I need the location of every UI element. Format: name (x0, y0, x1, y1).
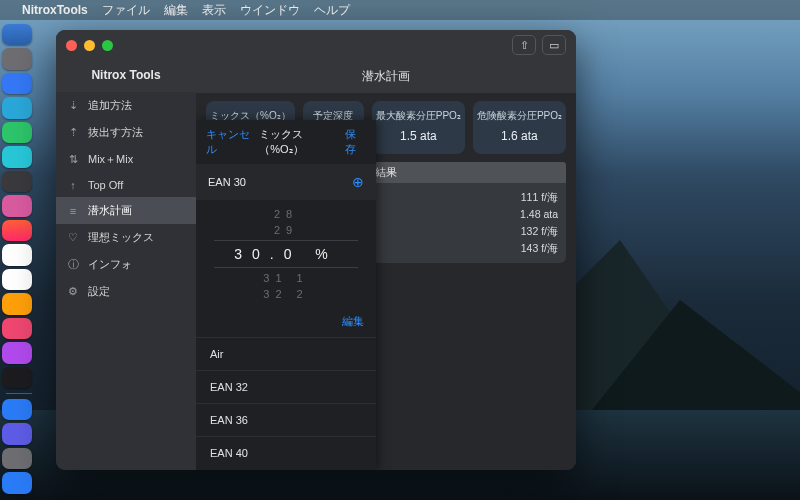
dock-app-icon[interactable] (2, 146, 32, 167)
mix-preset[interactable]: EAN 36 (196, 403, 376, 436)
dock-app-icon[interactable] (2, 195, 32, 216)
sheet-title: ミックス（%O₂） (259, 127, 344, 157)
sidebar: Nitrox Tools ⇣ 追加方法⇡ 抜出す方法⇅ Mix＋Mix↑ Top… (56, 60, 196, 470)
dock-app-icon[interactable] (2, 269, 32, 290)
close-button[interactable] (66, 40, 77, 51)
mix-preset[interactable]: EAN 32 (196, 370, 376, 403)
dock-app-icon[interactable] (2, 97, 32, 118)
sidebar-item-icon: ↑ (66, 179, 80, 191)
sidebar-item-label: 抜出す方法 (88, 125, 143, 140)
dock (2, 22, 36, 496)
menubar-app-name[interactable]: NitroxTools (22, 3, 88, 17)
sidebar-item-label: インフォ (88, 257, 132, 272)
wheel-row: 29 (196, 222, 376, 238)
sidebar-item-5[interactable]: ♡ 理想ミックス (56, 224, 196, 251)
sidebar-item-label: 追加方法 (88, 98, 132, 113)
dock-app-icon[interactable] (2, 423, 32, 444)
sidebar-item-2[interactable]: ⇅ Mix＋Mix (56, 146, 196, 173)
sidebar-item-label: 理想ミックス (88, 230, 154, 245)
sidebar-item-icon: ⇣ (66, 99, 80, 112)
sheet-save-button[interactable]: 保存 (345, 127, 366, 157)
dock-app-icon[interactable] (2, 122, 32, 143)
sidebar-item-label: 設定 (88, 284, 110, 299)
wheel-row: 32 2 (196, 286, 376, 302)
minimize-button[interactable] (84, 40, 95, 51)
dock-app-icon[interactable] (2, 220, 32, 241)
menu-help[interactable]: ヘルプ (314, 2, 350, 19)
menu-view[interactable]: 表示 (202, 2, 226, 19)
percent-picker[interactable]: 28 29 30.0 % 31 1 32 2 (196, 200, 376, 308)
dock-app-icon[interactable] (2, 472, 32, 493)
dock-app-icon[interactable] (2, 244, 32, 265)
menu-file[interactable]: ファイル (102, 2, 150, 19)
sheet-cancel-button[interactable]: キャンセル (206, 127, 259, 157)
card-value: 1.6 ata (477, 129, 562, 143)
sidebar-item-1[interactable]: ⇡ 抜出す方法 (56, 119, 196, 146)
card-value: 1.5 ata (376, 129, 461, 143)
dock-app-icon[interactable] (2, 367, 32, 388)
dock-app-icon[interactable] (2, 293, 32, 314)
summary-card-2[interactable]: 最大酸素分圧PPO₂ 1.5 ata (372, 101, 465, 154)
dock-app-icon[interactable] (2, 318, 32, 339)
add-mix-icon[interactable]: ⊕ (352, 174, 364, 190)
sidebar-item-6[interactable]: ⓘ インフォ (56, 251, 196, 278)
mix-preset[interactable]: Air (196, 337, 376, 370)
wheel-current: 30.0 % (214, 240, 358, 268)
share-button[interactable]: ⇧ (512, 35, 536, 55)
sidebar-item-0[interactable]: ⇣ 追加方法 (56, 92, 196, 119)
selected-mix-label: EAN 30 (208, 176, 246, 188)
sidebar-item-icon: ≡ (66, 205, 80, 217)
selected-mix-row[interactable]: EAN 30 ⊕ (196, 164, 376, 200)
sidebar-item-label: Top Off (88, 179, 123, 191)
sidebar-item-label: 潜水計画 (88, 203, 132, 218)
edit-presets-button[interactable]: 編集 (342, 315, 364, 327)
mix-picker-sheet: キャンセル ミックス（%O₂） 保存 EAN 30 ⊕ 28 29 30.0 %… (196, 120, 376, 470)
traffic-lights (66, 40, 113, 51)
sidebar-item-label: Mix＋Mix (88, 152, 133, 167)
dock-app-icon[interactable] (2, 399, 32, 420)
dock-app-icon[interactable] (2, 24, 32, 45)
sidebar-item-icon: ♡ (66, 231, 80, 244)
main-title: 潜水計画 (196, 60, 576, 93)
mix-preset[interactable]: EAN 40 (196, 436, 376, 469)
dock-app-icon[interactable] (2, 171, 32, 192)
titlebar: ⇧ ▭ (56, 30, 576, 60)
tabs-button[interactable]: ▭ (542, 35, 566, 55)
sidebar-item-7[interactable]: ⚙ 設定 (56, 278, 196, 305)
card-label: 危険酸素分圧PPO₂ (477, 109, 562, 123)
dock-app-icon[interactable] (2, 342, 32, 363)
menu-edit[interactable]: 編集 (164, 2, 188, 19)
sidebar-title: Nitrox Tools (56, 60, 196, 92)
dock-app-icon[interactable] (2, 73, 32, 94)
sidebar-item-icon: ⓘ (66, 257, 80, 272)
sidebar-item-icon: ⚙ (66, 285, 80, 298)
sidebar-item-icon: ⇡ (66, 126, 80, 139)
sidebar-item-3[interactable]: ↑ Top Off (56, 173, 196, 197)
menubar: NitroxTools ファイル 編集 表示 ウインドウ ヘルプ (0, 0, 800, 20)
summary-card-3[interactable]: 危険酸素分圧PPO₂ 1.6 ata (473, 101, 566, 154)
dock-app-icon[interactable] (2, 448, 32, 469)
app-window: ⇧ ▭ Nitrox Tools ⇣ 追加方法⇡ 抜出す方法⇅ Mix＋Mix↑… (56, 30, 576, 470)
card-label: 最大酸素分圧PPO₂ (376, 109, 461, 123)
sidebar-item-4[interactable]: ≡ 潜水計画 (56, 197, 196, 224)
wheel-row: 31 1 (196, 270, 376, 286)
wheel-row: 28 (196, 206, 376, 222)
sidebar-item-icon: ⇅ (66, 153, 80, 166)
dock-app-icon[interactable] (2, 48, 32, 69)
main-panel: 潜水計画 ミックス（%O₂） 30%予定深度 130 f/海最大酸素分圧PPO₂… (196, 60, 576, 470)
zoom-button[interactable] (102, 40, 113, 51)
menu-window[interactable]: ウインドウ (240, 2, 300, 19)
